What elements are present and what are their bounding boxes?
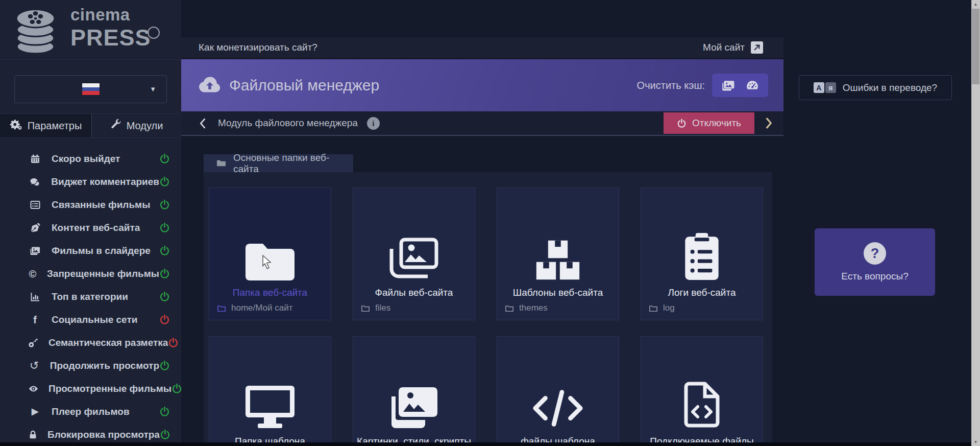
card-title[interactable]: Логи веб-сайта <box>641 287 763 298</box>
sidebar-item-2[interactable]: Виджет комментариев <box>0 170 181 193</box>
tab-parameters[interactable]: Параметры <box>0 114 92 137</box>
card-path: themes <box>519 303 548 313</box>
back-chevron-icon[interactable] <box>199 118 206 129</box>
sidebar-item-8[interactable]: fСоциальные сети <box>0 308 181 331</box>
brand-text: cinema PRESS <box>70 6 151 49</box>
questions-card[interactable]: ? Есть вопросы? <box>815 228 935 296</box>
language-selector[interactable]: ▼ <box>14 75 167 103</box>
folder-card-8[interactable]: Подключаемые файлы <box>641 336 763 446</box>
scroll-down-arrow[interactable]: ▼ <box>971 438 980 446</box>
folder-outline-icon <box>217 304 226 312</box>
power-toggle-icon[interactable] <box>159 176 170 187</box>
card-path: log <box>663 303 675 313</box>
tab-modules[interactable]: Модули <box>92 114 181 137</box>
folder-card-3[interactable]: Шаблоны веб-сайтаthemes <box>497 187 619 320</box>
power-toggle-icon[interactable] <box>168 337 179 348</box>
disable-module-button[interactable]: Отключить <box>664 112 754 134</box>
translation-errors-button[interactable]: A я Ошибки в переводе? <box>799 75 952 100</box>
clear-speed-cache-button[interactable] <box>744 77 761 94</box>
questions-label: Есть вопросы? <box>841 271 908 282</box>
desktop-icon <box>209 337 331 430</box>
brand-line1: cinema <box>70 6 151 23</box>
cloud-upload-icon <box>199 77 221 94</box>
lock-icon <box>28 430 38 440</box>
power-toggle-icon[interactable] <box>159 222 170 233</box>
pen-icon <box>28 223 42 233</box>
tab-modules-label: Модули <box>127 120 163 132</box>
power-toggle-icon[interactable] <box>159 406 170 417</box>
bottom-strip <box>0 442 971 446</box>
sidebar-tabs: Параметры Модули <box>0 113 181 138</box>
folder-card-2[interactable]: Файлы веб-сайтаfiles <box>353 187 475 320</box>
photostack-icon <box>353 337 475 430</box>
power-toggle-icon[interactable] <box>159 245 170 256</box>
scrollbar-thumb[interactable] <box>972 9 979 84</box>
list-icon <box>28 200 42 210</box>
sidebar-item-label: Контент веб-сайта <box>52 222 140 233</box>
scroll-up-arrow[interactable]: ▲ <box>971 0 980 8</box>
sidebar-item-label: Скоро выйдет <box>52 153 120 165</box>
topbar: Как монетизировать сайт? Мой сайт <box>181 37 783 58</box>
external-link-icon <box>751 41 763 54</box>
sidebar-item-label: Запрещенные фильмы <box>47 268 159 279</box>
sidebar-item-label: Продолжить просмотр <box>50 360 159 371</box>
my-site-link[interactable]: Мой сайт <box>703 41 763 54</box>
sidebar-item-4[interactable]: Контент веб-сайта <box>0 216 181 239</box>
module-header: Файловый менеджер Очистить кэш: <box>181 59 783 111</box>
power-icon <box>677 119 687 128</box>
images-icon <box>28 246 42 256</box>
tab-parameters-label: Параметры <box>28 120 82 132</box>
power-toggle-icon[interactable] <box>160 429 170 440</box>
key-icon <box>28 337 39 348</box>
code-icon <box>497 337 619 430</box>
next-chevron-icon[interactable] <box>766 118 773 129</box>
folder-icon <box>216 158 226 168</box>
sidebar-item-1[interactable]: Скоро выйдет <box>0 147 181 170</box>
calendar-icon <box>28 154 42 164</box>
power-toggle-icon[interactable] <box>159 360 170 371</box>
folder-card-7[interactable]: файлы шаблона <box>497 336 619 446</box>
vertical-scrollbar[interactable]: ▲ ▼ <box>971 0 980 446</box>
cache-button-group <box>712 74 768 97</box>
power-toggle-icon[interactable] <box>172 383 182 394</box>
monetize-link[interactable]: Как монетизировать сайт? <box>199 42 317 53</box>
sidebar-item-7[interactable]: Топ в категории <box>0 285 181 308</box>
power-toggle-icon[interactable] <box>159 153 170 164</box>
folder-outline-icon <box>361 304 370 312</box>
power-toggle-icon[interactable] <box>159 291 170 302</box>
sidebar: cinema PRESS ▼ Параметры <box>0 0 181 446</box>
clear-images-cache-button[interactable] <box>719 77 737 94</box>
translation-errors-label: Ошибки в переводе? <box>843 82 937 93</box>
power-toggle-icon[interactable] <box>159 268 170 279</box>
sidebar-item-9[interactable]: Семантическая разметка <box>0 331 181 354</box>
sidebar-item-5[interactable]: Фильмы в слайдере <box>0 239 181 262</box>
sidebar-item-6[interactable]: ©Запрещенные фильмы <box>0 262 181 285</box>
info-icon[interactable]: i <box>367 117 380 130</box>
folder-card-5[interactable]: Папка шаблона <box>209 336 331 446</box>
card-path: files <box>375 303 390 313</box>
boxes-icon <box>497 188 619 281</box>
power-toggle-icon[interactable] <box>159 314 170 325</box>
sidebar-item-label: Связанные фильмы <box>52 199 150 210</box>
card-title[interactable]: Шаблоны веб-сайта <box>497 287 619 298</box>
imagesbig-icon <box>353 188 475 281</box>
sidebar-item-label: Плеер фильмов <box>52 406 130 417</box>
sidebar-item-11[interactable]: Просмотренные фильмы <box>0 377 181 400</box>
card-title[interactable]: Папка веб-сайта <box>209 287 331 298</box>
section-title: Основные папки веб-сайта <box>233 152 353 175</box>
brand-line2: PRESS <box>70 26 151 49</box>
sidebar-item-10[interactable]: ↺Продолжить просмотр <box>0 354 181 377</box>
folder-outline-icon <box>649 304 658 312</box>
folder-card-6[interactable]: Картинки, стили, скрипты <box>353 336 475 446</box>
clear-cache-label: Очистить кэш: <box>637 80 705 91</box>
card-path-row: log <box>641 303 763 313</box>
folder-card-1[interactable]: Папка веб-сайтаhome/Мой сайт <box>209 187 331 320</box>
sidebar-item-12[interactable]: ▶Плеер фильмов <box>0 400 181 423</box>
power-toggle-icon[interactable] <box>159 199 170 210</box>
disable-button-label: Отключить <box>692 118 741 129</box>
sidebar-item-3[interactable]: Связанные фильмы <box>0 193 181 216</box>
facebook-icon: f <box>28 314 42 325</box>
sidebar-item-label: Социальные сети <box>52 314 137 325</box>
card-title[interactable]: Файлы веб-сайта <box>353 287 475 298</box>
folder-card-4[interactable]: Логи веб-сайтаlog <box>641 187 763 320</box>
